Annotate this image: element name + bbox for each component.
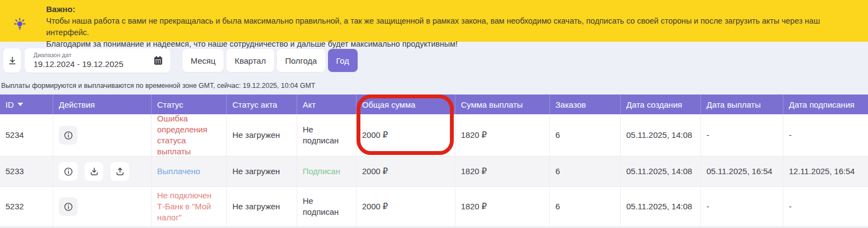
info-icon	[64, 202, 73, 212]
filters-toolbar: Диапазон дат 19.12.2024 - 19.12.2025 Мес…	[0, 48, 868, 73]
download-icon	[8, 56, 17, 65]
table-header: ID Действия Статус Статус акта Акт Общая…	[0, 94, 868, 114]
cell-orders: 6	[549, 114, 620, 156]
column-header-act[interactable]: Акт	[297, 94, 356, 114]
period-button-month[interactable]: Месяц	[182, 49, 224, 72]
column-header-signed[interactable]: Дата подписания	[783, 94, 868, 114]
cell-actions	[53, 114, 151, 156]
cell-act-status: Не загружен	[226, 114, 297, 156]
cell-created: 05.11.2025, 14:08	[620, 157, 700, 186]
important-banner: Важно: Чтобы наша работа с вами не прекр…	[0, 0, 868, 42]
upload-icon	[115, 167, 125, 176]
cell-status: Выплачено	[151, 157, 226, 186]
lightbulb-icon	[13, 18, 26, 31]
date-range-input[interactable]: Диапазон дат 19.12.2024 - 19.12.2025	[25, 48, 170, 73]
column-header-created[interactable]: Дата создания	[620, 94, 700, 114]
cell-status: Не подключен Т-Банк в "Мой налог"	[151, 187, 226, 226]
cell-total: 2000 ₽	[356, 187, 455, 226]
date-range-label: Диапазон дат	[34, 52, 163, 59]
cell-created: 05.11.2025, 14:08	[620, 114, 700, 156]
cell-id: 5233	[0, 157, 53, 186]
cell-payout: 1820 ₽	[455, 187, 549, 226]
date-range-value: 19.12.2024 - 19.12.2025	[34, 59, 163, 69]
cell-paid: -	[700, 114, 783, 156]
column-header-status[interactable]: Статус	[151, 94, 226, 114]
sort-desc-icon	[18, 103, 23, 106]
cell-act-status: Не загружен	[226, 187, 297, 226]
column-header-total[interactable]: Общая сумма	[356, 94, 455, 114]
info-button[interactable]	[59, 162, 77, 181]
table-body: 5234 Ошибка определения статуса выплаты …	[0, 114, 868, 227]
banner-text-line1: Чтобы наша работа с вами не прекращалась…	[46, 15, 857, 38]
cell-actions	[53, 157, 151, 186]
column-header-paid[interactable]: Дата выплаты	[700, 94, 783, 114]
column-header-act-status[interactable]: Статус акта	[226, 94, 297, 114]
download-icon	[90, 167, 99, 176]
cell-total: 2000 ₽	[356, 114, 455, 156]
table-row: 5232 Не подключен Т-Банк в "Мой налог" Н…	[0, 187, 868, 227]
period-button-quarter[interactable]: Квартал	[226, 49, 274, 72]
cell-act: Не подписан	[297, 114, 356, 156]
cell-signed: -	[783, 114, 868, 156]
info-icon	[64, 131, 73, 140]
download-act-button[interactable]	[85, 162, 103, 181]
cell-created: 05.11.2025, 14:08	[620, 187, 700, 226]
cell-paid: -	[700, 187, 783, 226]
info-button[interactable]	[59, 197, 77, 216]
calendar-icon[interactable]	[153, 55, 163, 65]
period-button-group: Месяц Квартал Полгода Год	[182, 49, 358, 72]
cell-status: Ошибка определения статуса выплаты	[151, 114, 226, 156]
cell-orders: 6	[549, 187, 620, 226]
cell-orders: 6	[549, 157, 620, 186]
cell-actions	[53, 187, 151, 226]
cell-act: Подписан	[297, 157, 356, 186]
cell-payout: 1820 ₽	[455, 157, 549, 186]
upload-act-button[interactable]	[110, 162, 129, 181]
table-row: 5233	[0, 157, 868, 187]
info-button[interactable]	[59, 126, 77, 144]
period-button-halfyear[interactable]: Полгода	[277, 49, 325, 72]
timezone-note: Выплаты формируются и выплачиваются по в…	[1, 82, 315, 90]
cell-signed: -	[783, 187, 868, 226]
cell-total: 2000 ₽	[356, 157, 455, 186]
column-header-id[interactable]: ID	[0, 94, 53, 114]
period-button-year[interactable]: Год	[328, 49, 358, 72]
banner-title: Важно:	[46, 4, 857, 14]
export-button[interactable]	[3, 48, 21, 73]
column-header-actions[interactable]: Действия	[53, 94, 151, 114]
column-header-orders[interactable]: Заказов	[549, 94, 620, 114]
cell-id: 5234	[0, 114, 53, 156]
cell-payout: 1820 ₽	[455, 114, 549, 156]
cell-id: 5232	[0, 187, 53, 226]
cell-act-status: Не загружен	[226, 157, 297, 186]
cell-paid: 05.11.2025, 16:54	[700, 157, 783, 186]
column-header-payout[interactable]: Сумма выплаты	[455, 94, 549, 114]
cell-signed: 12.11.2025, 16:54	[783, 157, 868, 186]
table-row: 5234 Ошибка определения статуса выплаты …	[0, 114, 868, 157]
info-icon	[64, 167, 73, 176]
cell-act: Не подписан	[297, 187, 356, 226]
